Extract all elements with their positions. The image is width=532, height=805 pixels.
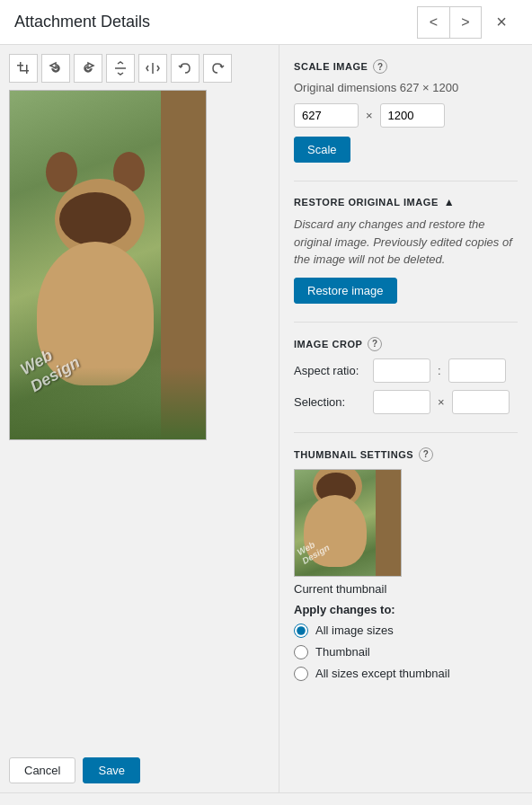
- selection-label: Selection:: [294, 395, 366, 409]
- crop-tool-button[interactable]: [9, 54, 38, 83]
- save-button[interactable]: Save: [83, 757, 140, 783]
- scale-image-title: SCALE IMAGE ?: [294, 59, 518, 74]
- prev-button[interactable]: <: [417, 6, 449, 39]
- pug-face: [59, 192, 131, 246]
- right-panel: SCALE IMAGE ? Original dimensions 627 × …: [279, 45, 532, 792]
- image-preview: WebDesign: [9, 90, 207, 440]
- crop-icon: [16, 61, 31, 75]
- redo-icon: [210, 61, 225, 75]
- thumbnail-settings-title: THUMBNAIL SETTINGS ?: [294, 447, 518, 462]
- current-thumbnail-label: Current thumbnail: [294, 582, 518, 596]
- left-panel: WebDesign Cancel Save: [0, 45, 279, 792]
- next-button[interactable]: >: [449, 6, 482, 39]
- all-sizes-label: All image sizes: [315, 624, 394, 637]
- main-content: WebDesign Cancel Save SCALE IMAGE ? Orig…: [0, 45, 532, 792]
- restore-description: Discard any changes and restore the orig…: [294, 216, 518, 269]
- image-preview-area: WebDesign: [9, 90, 270, 747]
- flip-horizontal-button[interactable]: [138, 54, 167, 83]
- scale-x-separator: ×: [366, 109, 373, 122]
- thumbnail-help-icon[interactable]: ?: [419, 447, 433, 462]
- rotate-left-icon: [49, 61, 63, 75]
- flip-h-icon: [146, 61, 160, 75]
- page-title: Attachment Details: [14, 13, 417, 31]
- thumbnail-only-radio[interactable]: [294, 645, 308, 659]
- aspect-height-input[interactable]: [448, 358, 506, 383]
- option-thumbnail[interactable]: Thumbnail: [294, 645, 518, 659]
- option-all-except-thumbnail[interactable]: All sizes except thumbnail: [294, 667, 518, 681]
- rotate-cw-button[interactable]: [74, 54, 102, 83]
- restore-image-title: RESTORE ORIGINAL IMAGE ▲: [294, 196, 518, 208]
- all-sizes-radio[interactable]: [294, 624, 308, 638]
- crop-help-icon[interactable]: ?: [368, 337, 382, 351]
- restore-collapse-icon[interactable]: ▲: [444, 196, 455, 208]
- rotate-right-icon: [81, 61, 95, 75]
- app-container: Attachment Details < > ×: [0, 0, 532, 805]
- header: Attachment Details < > ×: [0, 0, 532, 45]
- svg-rect-0: [20, 62, 22, 71]
- image-crop-title: IMAGE CROP ?: [294, 337, 518, 351]
- selection-separator: ×: [438, 395, 445, 409]
- option-all-sizes[interactable]: All image sizes: [294, 624, 518, 638]
- bottom-scrollbar[interactable]: [0, 792, 532, 805]
- undo-button[interactable]: [171, 54, 200, 83]
- image-toolbar: [9, 54, 270, 83]
- all-except-thumbnail-radio[interactable]: [294, 667, 308, 681]
- redo-button[interactable]: [203, 54, 232, 83]
- scale-image-section: SCALE IMAGE ? Original dimensions 627 × …: [294, 59, 518, 163]
- selection-row: Selection: ×: [294, 390, 518, 414]
- divider-3: [294, 432, 518, 433]
- flip-vertical-button[interactable]: [106, 54, 135, 83]
- selection-y-input[interactable]: [452, 390, 510, 414]
- aspect-separator: :: [438, 364, 441, 377]
- scale-width-input[interactable]: [294, 103, 359, 128]
- divider-2: [294, 322, 518, 323]
- rotate-ccw-button[interactable]: [41, 54, 70, 83]
- apply-changes-label: Apply changes to:: [294, 603, 518, 616]
- aspect-ratio-row: Aspect ratio: :: [294, 358, 518, 383]
- thumbnail-preview: WebDesign: [294, 469, 402, 577]
- image-crop-section: IMAGE CROP ? Aspect ratio: : Selection: …: [294, 337, 518, 414]
- aspect-ratio-label: Aspect ratio:: [294, 364, 366, 377]
- scale-height-input[interactable]: [380, 103, 445, 128]
- restore-image-section: RESTORE ORIGINAL IMAGE ▲ Discard any cha…: [294, 196, 518, 304]
- apply-changes-options: All image sizes Thumbnail All sizes exce…: [294, 624, 518, 681]
- thumbnail-label: Thumbnail: [315, 645, 370, 659]
- svg-rect-2: [17, 65, 23, 66]
- flip-v-icon: [113, 61, 128, 75]
- selection-x-input[interactable]: [373, 390, 430, 414]
- undo-icon: [178, 61, 192, 75]
- scale-button[interactable]: Scale: [294, 137, 350, 163]
- svg-rect-3: [26, 65, 28, 74]
- image-placeholder: WebDesign: [10, 91, 206, 439]
- restore-button[interactable]: Restore image: [294, 278, 397, 304]
- aspect-width-input[interactable]: [373, 358, 430, 383]
- original-dimensions: Original dimensions 627 × 1200: [294, 81, 518, 94]
- header-nav: < >: [417, 6, 482, 39]
- all-except-label: All sizes except thumbnail: [315, 667, 450, 680]
- thumbnail-settings-section: THUMBNAIL SETTINGS ? WebDesign Current t…: [294, 447, 518, 681]
- thumb-tree: [376, 470, 401, 576]
- scale-inputs: ×: [294, 103, 518, 128]
- scale-help-icon[interactable]: ?: [373, 59, 387, 74]
- action-buttons: Cancel Save: [9, 757, 270, 783]
- close-button[interactable]: ×: [485, 6, 518, 39]
- divider-1: [294, 181, 518, 181]
- cancel-button[interactable]: Cancel: [9, 757, 75, 783]
